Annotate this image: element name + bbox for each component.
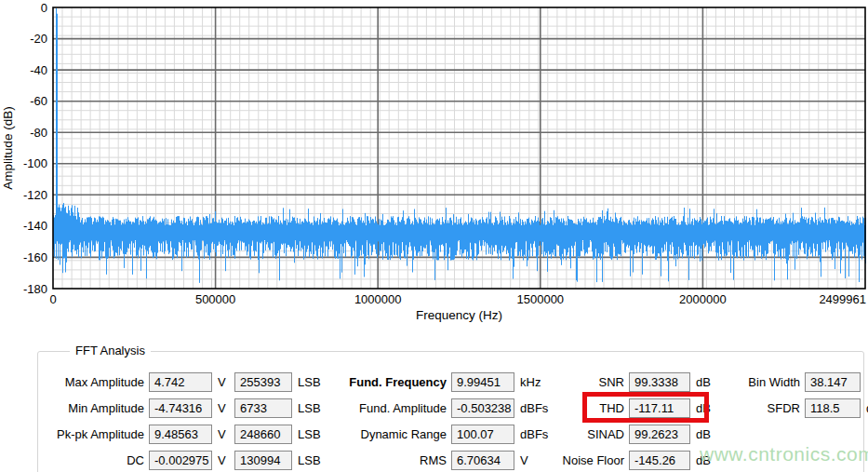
stat-label: Max Amplitude: [44, 375, 149, 389]
y-tick-label: 0: [41, 1, 47, 15]
stat-label: SNR: [545, 375, 629, 389]
stat-row-dynamic-range: Dynamic Range100.07dBFs: [345, 421, 548, 447]
stat-value-field[interactable]: 255393: [234, 372, 292, 392]
stat-label: Dynamic Range: [345, 427, 451, 441]
x-axis-title: Frequency (Hz): [416, 308, 502, 322]
stat-label: Fund. Frequency: [345, 375, 451, 389]
stat-label: DC: [44, 453, 149, 467]
fft-spectrum-plot[interactable]: 0-20-40-60-80-100-120-140-160-1800500000…: [0, 0, 868, 335]
stat-row-min-amplitude: Min Amplitude-4.74316V6733LSB: [44, 395, 321, 421]
stat-row-sinad: SINAD99.2623dB: [545, 421, 711, 447]
x-tick-label: 1500000: [516, 292, 564, 306]
stat-row-fund-frequency: Fund. Frequency9.99451kHz: [345, 369, 548, 395]
stat-unit-label: dB: [690, 453, 711, 467]
x-tick-label: 500000: [195, 292, 235, 306]
y-tick-label: -80: [30, 126, 47, 140]
stat-value-field[interactable]: -117.11: [629, 398, 690, 418]
stat-value-field[interactable]: -0.002975: [149, 451, 212, 470]
stat-unit-label: V: [212, 401, 234, 415]
stat-row-fund-amplitude: Fund. Amplitude-0.503238dBFs: [345, 395, 548, 421]
y-tick-label: -180: [23, 282, 47, 296]
stat-row-max-amplitude: Max Amplitude4.742V255393LSB: [44, 369, 321, 395]
amplitude-stats-column: Max Amplitude4.742V255393LSBMin Amplitud…: [44, 369, 321, 472]
stat-row-pk-pk-amplitude: Pk-pk Amplitude9.48563V248660LSB: [44, 421, 321, 447]
stat-row-dc: DC-0.002975V130994LSB: [44, 447, 321, 472]
stat-value-field[interactable]: 248660: [234, 425, 292, 444]
stat-value-field[interactable]: 4.742: [149, 372, 212, 392]
snr-stats-column: SNR99.3338dBTHD-117.11dBSINAD99.2623dBNo…: [545, 369, 711, 472]
y-axis-title: Amplitude (dB): [1, 106, 15, 189]
fundamental-stats-column: Fund. Frequency9.99451kHzFund. Amplitude…: [345, 369, 548, 472]
binwidth-stats-column: Bin Width38.147SFDR118.5dB: [722, 369, 868, 421]
y-tick-label: -140: [23, 219, 47, 233]
stat-label: RMS: [345, 453, 451, 467]
stat-label: SFDR: [722, 401, 805, 415]
x-tick-label: 0: [49, 292, 56, 306]
stat-label: THD: [545, 401, 629, 415]
stat-unit-label: V: [212, 453, 234, 467]
y-tick-label: -60: [30, 94, 47, 108]
stat-row-rms: RMS6.70634V: [345, 447, 548, 472]
x-tick-label: 2499961: [819, 292, 866, 306]
stat-unit-label: kHz: [514, 375, 541, 389]
stat-value-field[interactable]: 100.07: [451, 425, 514, 444]
stat-label: Bin Width: [722, 375, 805, 389]
stat-row-noise-floor: Noise Floor-145.26dB: [545, 447, 711, 472]
stat-value-field[interactable]: 38.147: [805, 372, 861, 392]
y-tick-label: -120: [23, 188, 47, 202]
y-tick-label: -160: [23, 250, 47, 264]
stat-value-field[interactable]: 6733: [234, 398, 292, 418]
stat-value-field[interactable]: 118.5: [805, 398, 861, 418]
stat-unit-label: V: [212, 375, 234, 389]
stat-unit-label: dB: [690, 375, 711, 389]
stat-row-sfdr: SFDR118.5dB: [722, 395, 868, 421]
panel-title: FFT Analysis: [70, 344, 151, 357]
stat-value-field[interactable]: 9.48563: [149, 425, 212, 444]
stat-value-field[interactable]: 6.70634: [451, 451, 514, 470]
x-tick-label: 1000000: [354, 292, 402, 306]
stat-unit-label: dBFs: [514, 427, 548, 441]
stat-unit-label: LSB: [292, 401, 321, 415]
stat-unit-label: dB: [690, 427, 711, 441]
stat-label: Noise Floor: [545, 453, 629, 467]
stat-label: SINAD: [545, 427, 629, 441]
stat-unit-label: dBFs: [514, 401, 548, 415]
stat-unit-label: V: [514, 453, 528, 467]
stat-row-thd: THD-117.11dB: [545, 395, 711, 421]
stat-unit-label: V: [212, 427, 234, 441]
stat-label: Min Amplitude: [44, 401, 149, 415]
stat-row-bin-width: Bin Width38.147: [722, 369, 868, 395]
y-tick-label: -100: [23, 156, 47, 170]
stat-unit-label: LSB: [292, 375, 321, 389]
stat-value-field[interactable]: -145.26: [629, 451, 690, 470]
stat-unit-label: LSB: [292, 453, 321, 467]
stat-row-snr: SNR99.3338dB: [545, 369, 711, 395]
stat-value-field[interactable]: -0.503238: [451, 398, 514, 418]
stat-unit-label: LSB: [292, 427, 321, 441]
stat-unit-label: dB: [690, 401, 711, 415]
stat-label: Fund. Amplitude: [345, 401, 451, 415]
y-tick-label: -20: [30, 32, 47, 46]
stat-unit-label: dB: [861, 401, 868, 415]
stat-value-field[interactable]: 99.3338: [629, 372, 690, 392]
stat-label: Pk-pk Amplitude: [44, 427, 149, 441]
stat-value-field[interactable]: 9.99451: [451, 372, 514, 392]
stat-value-field[interactable]: 130994: [234, 451, 292, 470]
x-tick-label: 2000000: [679, 292, 727, 306]
fft-spectrum-chart[interactable]: 0-20-40-60-80-100-120-140-160-1800500000…: [0, 0, 868, 335]
y-tick-label: -40: [30, 63, 47, 77]
fft-analysis-panel: FFT Analysis Max Amplitude4.742V255393LS…: [37, 351, 864, 472]
stat-value-field[interactable]: 99.2623: [629, 425, 690, 444]
stat-value-field[interactable]: -4.74316: [149, 398, 212, 418]
